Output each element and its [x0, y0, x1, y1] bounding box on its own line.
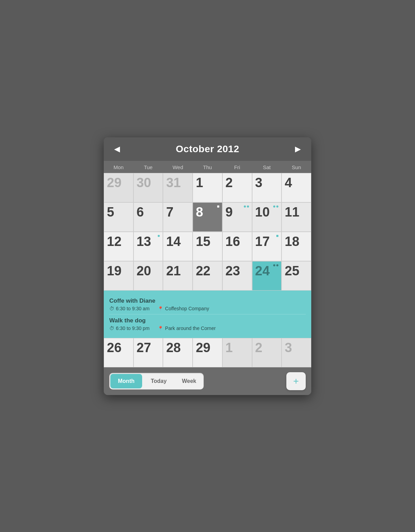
table-row[interactable]: 31	[163, 173, 193, 202]
table-row[interactable]: 3	[282, 338, 311, 367]
table-row[interactable]: 17	[252, 232, 282, 261]
event-item-1[interactable]: Coffe with Diane 6:30 to 9:30 am Coffesh…	[109, 295, 306, 314]
table-row[interactable]: 5	[104, 202, 133, 232]
table-row[interactable]: 23	[222, 261, 252, 291]
table-row[interactable]: 4	[282, 173, 311, 202]
today-tab-button[interactable]: Today	[143, 373, 174, 389]
bottom-toolbar: Month Today Week +	[104, 367, 311, 395]
table-row[interactable]: 26	[104, 338, 133, 367]
table-row[interactable]: 14	[163, 232, 193, 261]
table-row[interactable]: 19	[104, 261, 133, 291]
table-row[interactable]: 15	[193, 232, 222, 261]
event-time: 6:30 to 9:30 pm	[109, 325, 149, 331]
table-row[interactable]: 20	[133, 261, 163, 291]
table-row[interactable]: 18	[282, 232, 311, 261]
event-dots	[273, 264, 278, 266]
event-time-text: 6:30 to 9:30 pm	[116, 325, 149, 331]
event-title: Coffe with Diane	[109, 297, 306, 304]
month-tab-button[interactable]: Month	[110, 374, 142, 388]
month-title: October 2012	[176, 144, 239, 155]
event-location: Park around the Corner	[158, 325, 215, 331]
table-row[interactable]: 2	[222, 173, 252, 202]
event-time-text: 6:30 to 9:30 am	[116, 306, 149, 311]
event-location-text: Coffeshop Company	[165, 306, 209, 311]
event-dots	[273, 205, 278, 208]
table-row[interactable]: 29	[193, 338, 222, 367]
dow-thu: Thu	[193, 163, 222, 172]
prev-month-button[interactable]: ◀	[111, 143, 123, 155]
calendar-last-row: 26 27 28 29 1 2 3	[104, 338, 311, 367]
event-item-2[interactable]: Walk the dog 6:30 to 9:30 pm Park around…	[109, 314, 306, 334]
event-dots	[244, 205, 249, 208]
table-row[interactable]: 6	[133, 202, 163, 232]
week-tab-button[interactable]: Week	[174, 373, 204, 389]
next-month-button[interactable]: ▶	[292, 143, 304, 155]
pin-icon	[158, 325, 163, 331]
table-row[interactable]: 30	[133, 173, 163, 202]
table-row[interactable]: 2	[252, 338, 282, 367]
dow-fri: Fri	[222, 163, 252, 172]
table-row[interactable]: 7	[163, 202, 193, 232]
days-of-week-row: Mon Tue Wed Thu Fri Sat Sun	[104, 161, 311, 173]
table-row[interactable]: 27	[133, 338, 163, 367]
dow-tue: Tue	[133, 163, 163, 172]
calendar-container: ◀ October 2012 ▶ Mon Tue Wed Thu Fri Sat…	[104, 137, 311, 395]
event-details: 6:30 to 9:30 am Coffeshop Company	[109, 306, 306, 311]
selected-date-cell[interactable]: 24	[252, 261, 282, 291]
pin-icon	[158, 306, 163, 311]
clock-icon	[109, 306, 114, 311]
table-row[interactable]: 28	[163, 338, 193, 367]
table-row[interactable]: 16	[222, 232, 252, 261]
table-row[interactable]: 10	[252, 202, 282, 232]
event-location: Coffeshop Company	[158, 306, 209, 311]
event-dot	[217, 205, 219, 208]
event-dot	[158, 235, 160, 237]
table-row[interactable]: 21	[163, 261, 193, 291]
add-event-button[interactable]: +	[286, 372, 306, 390]
table-row[interactable]: 29	[104, 173, 133, 202]
table-row[interactable]: 25	[282, 261, 311, 291]
table-row[interactable]: 9	[222, 202, 252, 232]
dow-sat: Sat	[252, 163, 282, 172]
event-time: 6:30 to 9:30 am	[109, 306, 149, 311]
table-row[interactable]: 22	[193, 261, 222, 291]
dow-sun: Sun	[282, 163, 311, 172]
table-row[interactable]: 1	[193, 173, 222, 202]
event-title: Walk the dog	[109, 317, 306, 324]
view-tab-group: Month Today Week	[109, 373, 204, 389]
events-panel: Coffe with Diane 6:30 to 9:30 am Coffesh…	[104, 291, 311, 338]
event-location-text: Park around the Corner	[165, 325, 215, 331]
table-row[interactable]: 12	[104, 232, 133, 261]
calendar-header: ◀ October 2012 ▶	[104, 137, 311, 161]
clock-icon	[109, 325, 114, 331]
table-row[interactable]: 13	[133, 232, 163, 261]
dow-wed: Wed	[163, 163, 193, 172]
table-row[interactable]: 1	[222, 338, 252, 367]
event-dot	[276, 235, 278, 237]
event-details: 6:30 to 9:30 pm Park around the Corner	[109, 325, 306, 331]
table-row[interactable]: 3	[252, 173, 282, 202]
dow-mon: Mon	[104, 163, 133, 172]
today-cell[interactable]: 8	[193, 202, 222, 232]
calendar-grid: 29 30 31 1 2 3 4 5 6 7 8 9 10 11	[104, 173, 311, 291]
table-row[interactable]: 11	[282, 202, 311, 232]
